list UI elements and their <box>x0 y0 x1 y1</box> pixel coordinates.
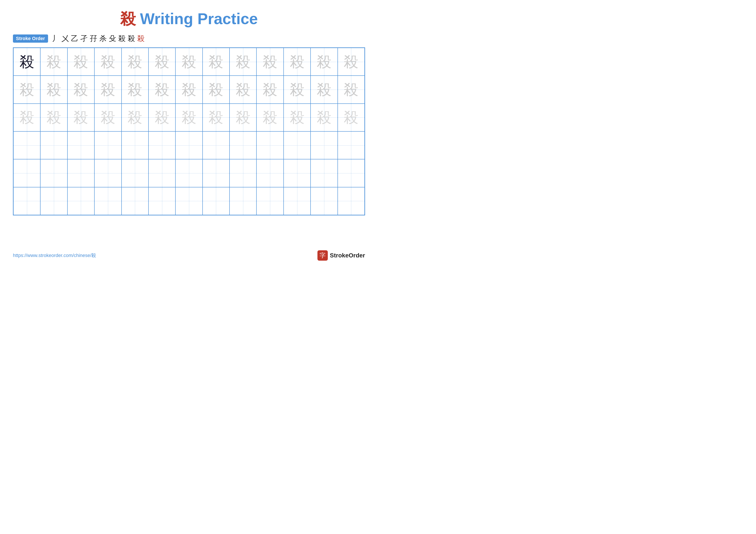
cell-character: 殺 <box>73 110 88 125</box>
stroke-step-7: 殳 <box>109 34 116 43</box>
cell-character: 殺 <box>317 82 332 97</box>
grid-cell: 殺 <box>14 104 40 131</box>
grid-cell <box>230 159 256 187</box>
page: 殺 Writing Practice Stroke Order 丿 㐅 乙 孑 … <box>0 0 378 267</box>
grid-cell <box>40 159 67 187</box>
cell-character: 殺 <box>101 110 115 125</box>
grid-cell: 殺 <box>338 104 364 131</box>
practice-grid: 殺殺殺殺殺殺殺殺殺殺殺殺殺殺殺殺殺殺殺殺殺殺殺殺殺殺殺殺殺殺殺殺殺殺殺殺殺殺殺 <box>13 47 365 216</box>
grid-cell: 殺 <box>14 76 40 103</box>
grid-cell: 殺 <box>68 48 94 76</box>
grid-cell <box>148 131 176 159</box>
cell-character: 殺 <box>209 110 223 125</box>
grid-cell: 殺 <box>176 104 202 131</box>
cell-character: 殺 <box>263 110 277 125</box>
cell-character: 殺 <box>46 110 61 125</box>
grid-cell: 殺 <box>122 76 148 103</box>
grid-cell: 殺 <box>176 48 202 76</box>
cell-character: 殺 <box>182 55 196 69</box>
cell-character: 殺 <box>236 55 251 69</box>
stroke-step-4: 孑 <box>80 34 88 43</box>
grid-cell <box>122 159 148 187</box>
grid-cell <box>148 159 176 187</box>
stroke-order-row: Stroke Order 丿 㐅 乙 孑 孖 杀 殳 殺 殺 殺 <box>13 34 365 43</box>
grid-cell <box>310 187 338 215</box>
grid-cell: 殺 <box>256 76 284 103</box>
stroke-step-9: 殺 <box>128 34 135 43</box>
grid-cell: 殺 <box>310 76 338 103</box>
grid-cell <box>284 159 310 187</box>
grid-cell <box>68 131 94 159</box>
grid-cell: 殺 <box>284 76 310 103</box>
stroke-order-badge: Stroke Order <box>13 35 48 43</box>
grid-cell <box>176 187 202 215</box>
cell-character: 殺 <box>344 110 358 125</box>
grid-cell <box>202 131 230 159</box>
cell-character: 殺 <box>127 55 142 69</box>
grid-cell: 殺 <box>284 104 310 131</box>
footer-logo-text: StrokeOrder <box>330 252 365 259</box>
cell-character: 殺 <box>73 55 88 69</box>
grid-cell <box>40 187 67 215</box>
stroke-step-2: 㐅 <box>62 34 69 43</box>
grid-cell: 殺 <box>230 76 256 103</box>
title-text: Writing Practice <box>136 10 258 27</box>
grid-cell: 殺 <box>310 48 338 76</box>
cell-character: 殺 <box>290 110 305 125</box>
cell-character: 殺 <box>101 82 115 97</box>
grid-cell <box>202 187 230 215</box>
cell-character: 殺 <box>46 82 61 97</box>
grid-cell <box>230 187 256 215</box>
cell-character: 殺 <box>20 110 34 125</box>
cell-character: 殺 <box>20 55 34 69</box>
grid-cell <box>94 131 121 159</box>
cell-character: 殺 <box>101 55 115 69</box>
grid-cell <box>122 131 148 159</box>
grid-cell <box>14 159 40 187</box>
cell-character: 殺 <box>127 110 142 125</box>
cell-character: 殺 <box>155 82 169 97</box>
grid-cell <box>230 131 256 159</box>
cell-character: 殺 <box>263 82 277 97</box>
cell-character: 殺 <box>317 110 332 125</box>
stroke-step-8: 殺 <box>118 34 126 43</box>
grid-cell: 殺 <box>14 48 40 76</box>
grid-cell <box>40 131 67 159</box>
cell-character: 殺 <box>73 82 88 97</box>
grid-cell: 殺 <box>256 48 284 76</box>
grid-cell <box>122 187 148 215</box>
grid-cell: 殺 <box>148 48 176 76</box>
cell-character: 殺 <box>344 55 358 69</box>
grid-cell: 殺 <box>230 48 256 76</box>
footer-logo-icon: 字 <box>317 250 328 261</box>
grid-cell: 殺 <box>68 104 94 131</box>
stroke-step-1: 丿 <box>52 34 59 43</box>
footer-url: https://www.strokeorder.com/chinese/殺 <box>13 252 96 259</box>
grid-cell <box>284 187 310 215</box>
grid-cell <box>176 131 202 159</box>
grid-cell <box>256 131 284 159</box>
grid-cell <box>14 187 40 215</box>
grid-cell: 殺 <box>284 48 310 76</box>
footer-logo: 字 StrokeOrder <box>317 250 365 261</box>
stroke-step-10: 殺 <box>137 34 145 43</box>
grid-cell: 殺 <box>40 76 67 103</box>
grid-cell: 殺 <box>122 104 148 131</box>
cell-character: 殺 <box>182 110 196 125</box>
cell-character: 殺 <box>344 82 358 97</box>
stroke-step-3: 乙 <box>71 34 78 43</box>
grid-cell <box>310 159 338 187</box>
grid-cell: 殺 <box>94 48 121 76</box>
grid-cell: 殺 <box>40 104 67 131</box>
footer: https://www.strokeorder.com/chinese/殺 字 … <box>13 250 365 261</box>
grid-cell: 殺 <box>202 104 230 131</box>
cell-character: 殺 <box>46 55 61 69</box>
grid-cell <box>256 187 284 215</box>
grid-cell <box>94 159 121 187</box>
cell-character: 殺 <box>155 110 169 125</box>
grid-cell <box>94 187 121 215</box>
cell-character: 殺 <box>20 82 34 97</box>
grid-cell: 殺 <box>94 76 121 103</box>
grid-cell: 殺 <box>338 48 364 76</box>
cell-character: 殺 <box>127 82 142 97</box>
